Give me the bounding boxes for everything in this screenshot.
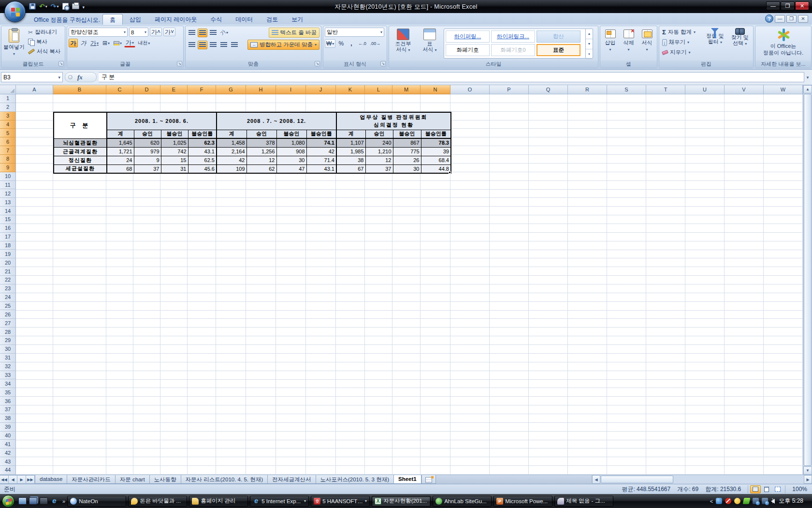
column-header-C[interactable]: C	[106, 85, 133, 94]
value-cell[interactable]: 71.4	[306, 156, 336, 164]
format-as-table-button[interactable]: 표서식 ▾	[417, 28, 442, 60]
tab-data[interactable]: 데이터	[229, 14, 260, 25]
dialog-launcher-icon[interactable]: ↘	[177, 61, 182, 66]
row-header-40[interactable]: 40	[0, 432, 16, 440]
table-subheader[interactable]: 계	[336, 130, 365, 138]
genuine-more-link[interactable]: 자세한 내용을 보...	[755, 60, 811, 68]
value-cell[interactable]: 240	[365, 138, 393, 147]
table-group-header-0[interactable]: 2008. 1. ~ 2008. 6.	[107, 112, 217, 130]
shrink-font-button[interactable]: 가˅	[163, 28, 175, 36]
row-header-32[interactable]: 32	[0, 362, 16, 371]
borders-button[interactable]: ⊞▾	[101, 39, 111, 47]
fill-handle[interactable]	[449, 171, 451, 174]
computer-icon[interactable]	[40, 497, 48, 505]
messenger-icon[interactable]	[716, 498, 722, 504]
align-left-button[interactable]	[187, 41, 197, 49]
format-painter-button[interactable]: 서식 복사	[27, 47, 62, 56]
dialog-launcher-icon[interactable]: ↘	[380, 61, 386, 66]
value-cell[interactable]: 47	[276, 164, 306, 173]
row-header-3[interactable]: 3	[0, 112, 16, 120]
value-cell[interactable]: 1,210	[365, 147, 393, 156]
row-header-30[interactable]: 30	[0, 345, 16, 354]
minimize-button[interactable]: —	[766, 1, 780, 10]
maximize-button[interactable]: ❐	[781, 1, 795, 10]
value-cell[interactable]: 30	[393, 164, 421, 173]
value-cell[interactable]: 867	[393, 138, 421, 147]
column-header-A[interactable]: A	[16, 85, 53, 94]
column-header-L[interactable]: L	[365, 85, 392, 94]
taskbar-button-excel-document[interactable]: X자문사현황(201...	[372, 496, 431, 507]
taskbar-button-ahnlab-sitegurad[interactable]: AhnLab SiteGu...	[433, 496, 492, 507]
value-cell[interactable]: 42	[306, 147, 336, 156]
horizontal-scrollbar-thumb[interactable]	[601, 476, 673, 483]
copy-button[interactable]: 복사	[27, 37, 62, 46]
internet-explorer-icon[interactable]: e	[50, 497, 58, 505]
column-header-F[interactable]: F	[188, 85, 216, 94]
page-break-view-button[interactable]	[772, 485, 783, 493]
column-header-P[interactable]: P	[490, 85, 529, 94]
get-genuine-office-tab[interactable]: Office 정품을 구하십시오.	[30, 15, 104, 25]
value-cell[interactable]: 1,985	[336, 147, 365, 156]
sheet-tab-7[interactable]: Sheet1	[393, 475, 421, 484]
row-header-18[interactable]: 18	[0, 241, 16, 250]
row-header-14[interactable]: 14	[0, 207, 16, 215]
show-desktop-icon[interactable]	[18, 497, 27, 505]
sheet-tab-2[interactable]: 자문 chart	[115, 475, 149, 484]
value-cell[interactable]: 742	[161, 147, 188, 156]
value-cell[interactable]: 12	[365, 156, 393, 164]
row-header-22[interactable]: 22	[0, 276, 16, 284]
table-subheader[interactable]: 승인	[134, 130, 161, 138]
row-name-cell[interactable]: 근골격계질환	[54, 147, 107, 156]
tab-home[interactable]: 홈	[102, 14, 123, 25]
active-cell-b3[interactable]: 구 분	[54, 112, 107, 138]
row-header-23[interactable]: 23	[0, 284, 16, 293]
paste-button[interactable]: 붙여넣기 ▾	[3, 28, 25, 60]
underline-button[interactable]: 가▾	[89, 39, 100, 47]
column-header-O[interactable]: O	[450, 85, 490, 94]
paste-dropdown-arrow[interactable]: ▾	[13, 52, 15, 56]
value-cell[interactable]: 37	[134, 164, 161, 173]
formula-input[interactable]: 구 분	[99, 72, 804, 82]
sheet-tab-0[interactable]: database	[35, 475, 67, 484]
table-subheader[interactable]: 불승인	[161, 130, 188, 138]
value-cell[interactable]: 68	[107, 164, 134, 173]
table-subheader[interactable]: 불승인률	[188, 130, 217, 138]
vertical-scrollbar-thumb[interactable]	[804, 94, 812, 466]
value-cell[interactable]: 39	[421, 147, 451, 156]
row-header-8[interactable]: 8	[0, 155, 16, 164]
scroll-right-icon[interactable]: ▶	[804, 475, 812, 484]
column-header-W[interactable]: W	[764, 85, 803, 94]
row-header-29[interactable]: 29	[0, 336, 16, 345]
table-group-header-2[interactable]: 업무상 질병 판정위원회심의결정 현황	[336, 112, 451, 130]
column-header-R[interactable]: R	[568, 85, 607, 94]
row-header-41[interactable]: 41	[0, 440, 16, 448]
decrease-decimal-button[interactable]: .00→	[369, 40, 382, 47]
value-cell[interactable]: 1,645	[107, 138, 134, 147]
help-icon[interactable]: ?	[765, 15, 773, 23]
row-header-39[interactable]: 39	[0, 423, 16, 432]
next-sheet-icon[interactable]: ▶	[17, 475, 26, 484]
conditional-formatting-button[interactable]: 조건부서식 ▾	[391, 28, 416, 60]
print-preview-button[interactable]	[61, 1, 70, 11]
number-format-select[interactable]: 일반▾	[325, 28, 384, 37]
value-cell[interactable]: 1,080	[276, 138, 306, 147]
cut-button[interactable]: ✂잘라내기	[27, 28, 62, 37]
row-header-1[interactable]: 1	[0, 94, 16, 103]
tab-page-layout[interactable]: 페이지 레이아웃	[148, 14, 203, 25]
percent-format-button[interactable]: %	[336, 39, 346, 48]
taskbar-button-internet-explorer-group[interactable]: e5 Internet Exp...▾	[250, 496, 309, 507]
fill-color-button[interactable]: ▾	[112, 39, 123, 47]
table-subheader[interactable]: 승인	[246, 130, 276, 138]
increase-decimal-button[interactable]: ←.0	[357, 40, 368, 47]
column-header-Q[interactable]: Q	[529, 85, 568, 94]
row-header-17[interactable]: 17	[0, 233, 16, 241]
select-all-corner[interactable]	[0, 85, 16, 94]
row-header-35[interactable]: 35	[0, 388, 16, 397]
row-header-5[interactable]: 5	[0, 129, 16, 137]
column-header-U[interactable]: U	[685, 85, 725, 94]
table-subheader[interactable]: 불승인률	[306, 130, 336, 138]
row-header-36[interactable]: 36	[0, 397, 16, 405]
gallery-scroll-down-icon[interactable]: ▼	[586, 39, 593, 49]
row-header-25[interactable]: 25	[0, 302, 16, 311]
previous-sheet-icon[interactable]: ◀	[9, 475, 17, 484]
